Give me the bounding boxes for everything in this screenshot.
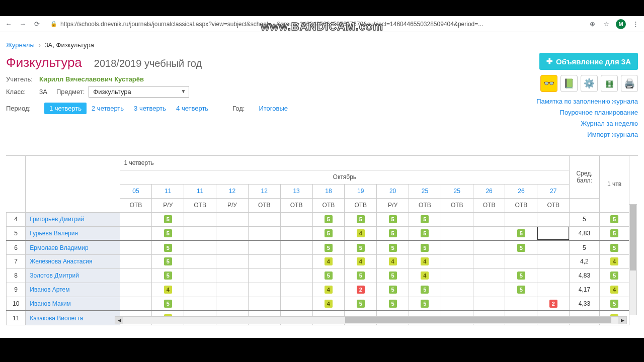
grade-cell[interactable] [248,254,280,268]
grade-cell[interactable]: 5 [409,283,441,297]
grade-cell[interactable] [441,212,473,226]
forward-icon[interactable]: → [18,20,27,29]
grade-cell[interactable]: 5 [312,240,345,254]
teacher-name[interactable]: Кирилл Вячеславович Кустарёв [39,75,144,83]
student-name[interactable]: Иванов Маким [26,297,120,311]
grade-cell[interactable]: 5 [345,212,377,226]
grade-cell[interactable] [505,254,537,268]
grade-cell[interactable]: 5 [152,254,184,268]
student-name[interactable]: Железнова Анастасия [26,254,120,268]
grade-cell[interactable]: 5 [152,268,184,283]
help-link-1[interactable]: Поурочное планирование [536,107,638,118]
grade-cell[interactable] [280,283,312,297]
grade-cell[interactable]: 4 [345,226,377,240]
grade-cell[interactable]: 2 [345,283,377,297]
grade-cell[interactable]: 5 [312,226,345,240]
grade-cell[interactable] [441,283,473,297]
grade-cell[interactable]: 5 [377,226,409,240]
grade-cell[interactable] [441,254,473,268]
grade-cell[interactable] [537,226,570,240]
grade-cell[interactable] [280,240,312,254]
grade-cell[interactable] [537,212,570,226]
excel-icon[interactable]: ▦ [601,75,618,92]
date-header[interactable]: 20 [377,184,409,198]
grade-cell[interactable] [248,283,280,297]
year-link[interactable]: Итоговые [254,103,293,114]
grade-cell[interactable] [505,212,537,226]
date-header[interactable]: 11 [152,184,184,198]
grade-cell[interactable] [280,268,312,283]
grade-cell[interactable] [216,283,249,297]
grade-cell[interactable]: 5 [505,240,537,254]
grade-cell[interactable] [120,268,152,283]
grade-cell[interactable] [280,254,312,268]
grade-cell[interactable]: 5 [312,268,345,283]
grade-cell[interactable]: 4 [345,254,377,268]
help-link-3[interactable]: Импорт журнала [536,129,638,140]
grade-cell[interactable] [537,268,570,283]
grade-cell[interactable] [537,254,570,268]
grade-cell[interactable] [184,240,216,254]
vertical-scrollbar[interactable] [629,204,637,315]
final-cell[interactable]: 5 [599,212,629,226]
grade-cell[interactable] [441,268,473,283]
grade-cell[interactable]: 5 [505,268,537,283]
grade-cell[interactable] [216,226,249,240]
grade-cell[interactable]: 5 [505,283,537,297]
grade-cell[interactable] [473,297,505,311]
date-header[interactable]: 26 [505,184,537,198]
grade-cell[interactable] [280,226,312,240]
grade-cell[interactable]: 5 [409,226,441,240]
grade-cell[interactable]: 2 [537,297,570,311]
horizontal-scrollbar[interactable]: ◀ ▶ [115,316,627,324]
back-icon[interactable]: ← [4,20,13,29]
grade-cell[interactable]: 5 [377,212,409,226]
grade-cell[interactable]: 4 [312,283,345,297]
grade-cell[interactable]: 5 [345,268,377,283]
grade-cell[interactable]: 5 [152,297,184,311]
grade-cell[interactable] [216,297,249,311]
announcement-button[interactable]: ✚ Объявление для 3А [539,53,638,70]
student-name[interactable]: Гурьева Валерия [26,226,120,240]
grade-cell[interactable] [441,297,473,311]
grade-cell[interactable]: 4 [377,254,409,268]
grade-cell[interactable]: 5 [152,226,184,240]
grade-cell[interactable] [248,240,280,254]
grade-cell[interactable]: 4 [312,297,345,311]
grade-cell[interactable] [473,226,505,240]
date-header[interactable]: 12 [216,184,249,198]
grade-cell[interactable] [120,283,152,297]
date-header[interactable]: 12 [248,184,280,198]
grade-cell[interactable] [248,268,280,283]
grade-cell[interactable] [280,297,312,311]
period-tab-3[interactable]: 3 четверть [129,103,171,114]
help-link-2[interactable]: Журнал за неделю [536,118,638,129]
grade-cell[interactable] [473,268,505,283]
date-header[interactable]: 13 [280,184,312,198]
grade-cell[interactable]: 5 [409,297,441,311]
grade-cell[interactable]: 5 [312,212,345,226]
star-icon[interactable]: ☆ [602,20,611,29]
grade-cell[interactable] [120,226,152,240]
grade-cell[interactable] [184,212,216,226]
period-tab-2[interactable]: 2 четверть [87,103,129,114]
grade-cell[interactable] [216,254,249,268]
student-name[interactable]: Золотов Дмитрий [26,268,120,283]
date-header[interactable]: 18 [312,184,345,198]
date-header[interactable]: 25 [409,184,441,198]
final-cell[interactable]: 4 [599,283,629,297]
profile-avatar[interactable]: М [616,19,626,29]
grade-cell[interactable] [505,297,537,311]
grade-cell[interactable] [216,212,249,226]
grade-cell[interactable]: 5 [152,240,184,254]
subject-select[interactable]: Физкультура [89,86,189,98]
grade-cell[interactable]: 5 [377,268,409,283]
date-header[interactable]: 11 [184,184,216,198]
grade-cell[interactable]: 4 [152,283,184,297]
period-tab-1[interactable]: 1 четверть [44,103,87,114]
grade-cell[interactable] [473,212,505,226]
final-cell[interactable]: 5 [599,268,629,283]
student-name[interactable]: Иванов Артем [26,283,120,297]
grade-cell[interactable]: 5 [377,283,409,297]
student-name[interactable]: Казакова Виолетта [26,311,120,325]
